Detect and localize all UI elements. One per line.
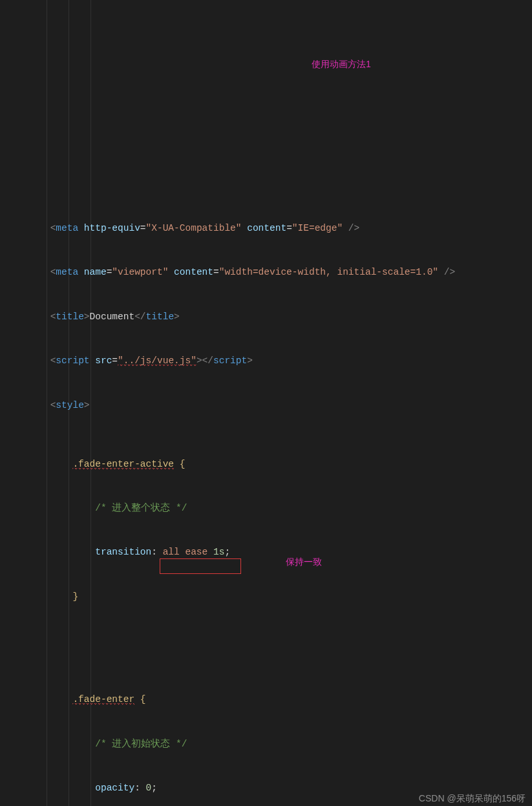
code-line[interactable]: /* 进入整个状态 */	[0, 501, 532, 516]
code-line[interactable]: <style>	[0, 398, 532, 413]
annotation-top: 使用动画方法1	[312, 57, 371, 72]
code-line[interactable]: <script src="../js/vue.js"></script>	[0, 354, 532, 368]
code-line[interactable]	[0, 633, 532, 648]
highlight-box	[160, 558, 241, 574]
code-line[interactable]: <meta http-equiv="X-UA-Compatible" conte…	[0, 221, 532, 236]
code-line[interactable]: transition: all ease 1s;	[0, 545, 532, 560]
code-line[interactable]: <title>Document</title>	[0, 310, 532, 324]
code-line[interactable]: <meta name="viewport" content="width=dev…	[0, 265, 532, 280]
code-line[interactable]: /* 进入初始状态 */	[0, 737, 532, 752]
code-editor[interactable]: 使用动画方法1 保持一致 CSDN @呆萌呆萌的156呀 <meta http-…	[0, 0, 532, 806]
code-line[interactable]: .fade-enter {	[0, 692, 532, 707]
code-line[interactable]: .fade-enter-active {	[0, 457, 532, 472]
code-line[interactable]: }	[0, 589, 532, 604]
code-line[interactable]: opacity: 0;	[0, 781, 532, 796]
